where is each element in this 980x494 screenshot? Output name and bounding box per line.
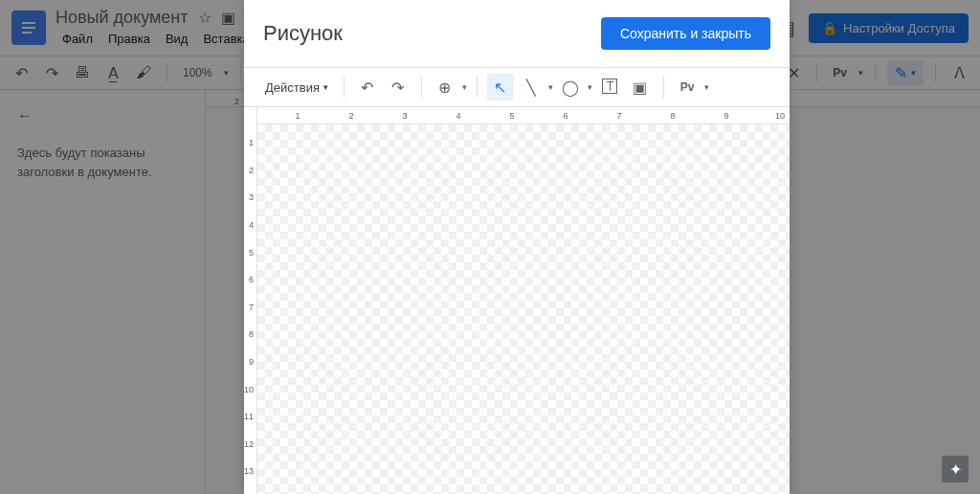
select-tool-icon[interactable]: ↖ bbox=[487, 74, 514, 101]
placeholder-tool[interactable]: Pv bbox=[674, 74, 701, 101]
actions-menu[interactable]: Действия ▾ bbox=[259, 77, 334, 99]
actions-label: Действия bbox=[265, 80, 320, 95]
drawing-canvas[interactable] bbox=[257, 124, 790, 494]
plus-icon: ✦ bbox=[949, 460, 962, 479]
chevron-down-icon[interactable]: ▾ bbox=[704, 82, 709, 92]
horizontal-ruler[interactable]: 12345678910111213141516171819 bbox=[257, 107, 790, 124]
line-tool-icon[interactable]: ╲ bbox=[518, 74, 545, 101]
vertical-ruler[interactable]: 12345678910111213 bbox=[244, 107, 257, 494]
textbox-tool-icon[interactable]: 🅃 bbox=[596, 74, 623, 101]
chevron-down-icon[interactable]: ▾ bbox=[588, 82, 592, 92]
drawing-toolbar: Действия ▾ ↶ ↷ ⊕ ▾ ↖ ╲ ▾ ◯ ▾ 🅃 ▣ Pv ▾ bbox=[244, 67, 790, 107]
redo-icon[interactable]: ↷ bbox=[385, 74, 412, 101]
chevron-down-icon[interactable]: ▾ bbox=[462, 82, 467, 92]
save-and-close-button[interactable]: Сохранить и закрыть bbox=[601, 17, 770, 50]
image-tool-icon[interactable]: ▣ bbox=[627, 74, 654, 101]
explore-button[interactable]: ✦ bbox=[942, 456, 969, 483]
shape-tool-icon[interactable]: ◯ bbox=[557, 74, 584, 101]
modal-title: Рисунок bbox=[263, 21, 343, 46]
zoom-icon[interactable]: ⊕ bbox=[432, 74, 458, 101]
drawing-modal: Рисунок Сохранить и закрыть Действия ▾ ↶… bbox=[244, 0, 790, 494]
chevron-down-icon: ▾ bbox=[323, 82, 328, 92]
chevron-down-icon[interactable]: ▾ bbox=[548, 82, 553, 92]
undo-icon[interactable]: ↶ bbox=[354, 74, 381, 101]
